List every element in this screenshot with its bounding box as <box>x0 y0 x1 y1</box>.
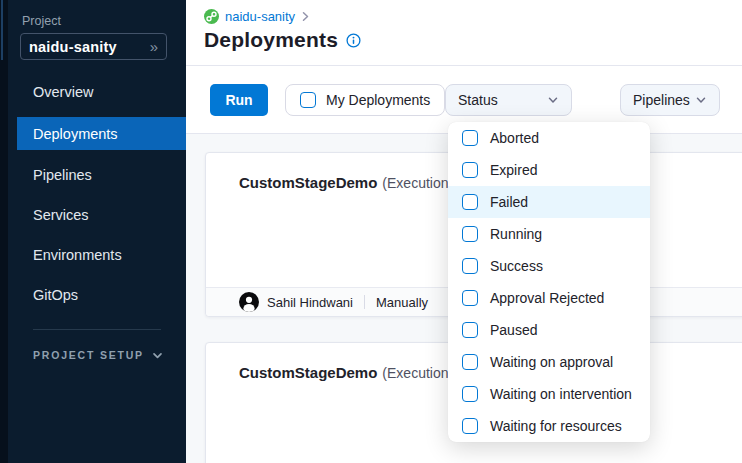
triggered-by-name: Sahil Hindwani <box>267 295 353 310</box>
pipeline-name: CustomStageDemo <box>239 364 377 381</box>
module-rail-indicator <box>1 0 3 60</box>
sidebar-item-label: Deployments <box>33 126 118 142</box>
status-option-checkbox[interactable] <box>462 386 478 402</box>
chevron-down-icon <box>152 350 163 361</box>
status-option-checkbox[interactable] <box>462 194 478 210</box>
status-option-success[interactable]: Success <box>448 250 650 282</box>
sidebar-item-services[interactable]: Services <box>0 201 186 229</box>
sidebar-item-label: Environments <box>33 247 122 263</box>
status-filter-dropdown[interactable]: Status <box>445 84 572 116</box>
deployments-module-icon <box>204 9 219 24</box>
status-option-label: Waiting on approval <box>490 354 613 370</box>
status-option-label: Failed <box>490 194 528 210</box>
status-option-paused[interactable]: Paused <box>448 314 650 346</box>
breadcrumb: naidu-sanity <box>204 9 310 24</box>
status-option-label: Expired <box>490 162 537 178</box>
sidebar-item-overview[interactable]: Overview <box>0 78 186 106</box>
status-option-checkbox[interactable] <box>462 258 478 274</box>
my-deployments-label: My Deployments <box>326 92 430 108</box>
project-setup-toggle[interactable]: PROJECT SETUP <box>33 349 163 361</box>
user-avatar-icon <box>239 292 259 312</box>
status-option-failed[interactable]: Failed <box>448 186 650 218</box>
status-filter-menu: Aborted Expired Failed Running Success A… <box>448 122 650 442</box>
status-option-label: Waiting for resources <box>490 418 622 434</box>
my-deployments-toggle[interactable]: My Deployments <box>285 84 445 116</box>
status-option-approval-rejected[interactable]: Approval Rejected <box>448 282 650 314</box>
project-selector-value: naidu-sanity <box>29 39 117 55</box>
status-option-waiting-on-approval[interactable]: Waiting on approval <box>448 346 650 378</box>
sidebar-divider <box>33 329 161 330</box>
status-option-label: Success <box>490 258 543 274</box>
status-option-label: Aborted <box>490 130 539 146</box>
status-option-waiting-on-intervention[interactable]: Waiting on intervention <box>448 378 650 410</box>
status-option-checkbox[interactable] <box>462 354 478 370</box>
sidebar-item-label: Overview <box>33 84 93 100</box>
status-option-checkbox[interactable] <box>462 130 478 146</box>
status-option-checkbox[interactable] <box>462 290 478 306</box>
status-option-expired[interactable]: Expired <box>448 154 650 186</box>
project-label: Project <box>22 14 61 28</box>
sidebar-item-gitops[interactable]: GitOps <box>0 281 186 309</box>
execution-title-row: CustomStageDemo(Execution Id <box>239 174 464 192</box>
sidebar-item-label: Services <box>33 207 89 223</box>
trigger-type: Manually <box>376 295 428 310</box>
sidebar-item-deployments[interactable]: Deployments <box>17 117 186 150</box>
execution-title-row: CustomStageDemo(Execution Id <box>239 364 464 382</box>
chevron-down-icon <box>695 94 707 106</box>
status-option-checkbox[interactable] <box>462 162 478 178</box>
page-header: naidu-sanity Deployments <box>186 0 742 66</box>
status-option-label: Paused <box>490 322 537 338</box>
status-option-checkbox[interactable] <box>462 418 478 434</box>
sidebar-item-pipelines[interactable]: Pipelines <box>0 161 186 189</box>
project-selector[interactable]: naidu-sanity » <box>20 33 167 60</box>
status-filter-label: Status <box>458 92 498 108</box>
app-window: Project naidu-sanity » Overview Deployme… <box>0 0 742 463</box>
project-sidebar: Project naidu-sanity » Overview Deployme… <box>0 0 186 463</box>
status-option-waiting-for-resources[interactable]: Waiting for resources <box>448 410 650 442</box>
run-button[interactable]: Run <box>210 84 268 116</box>
status-option-running[interactable]: Running <box>448 218 650 250</box>
status-option-label: Running <box>490 226 542 242</box>
breadcrumb-project-link[interactable]: naidu-sanity <box>225 9 295 24</box>
status-option-label: Waiting on intervention <box>490 386 632 402</box>
sidebar-item-label: Pipelines <box>33 167 92 183</box>
status-option-aborted[interactable]: Aborted <box>448 122 650 154</box>
module-rail <box>0 0 8 463</box>
chevron-down-icon <box>547 94 559 106</box>
page-title: Deployments <box>204 28 338 52</box>
pipelines-filter-dropdown[interactable]: Pipelines <box>620 84 720 116</box>
status-option-checkbox[interactable] <box>462 226 478 242</box>
project-setup-label: PROJECT SETUP <box>33 349 144 361</box>
pipeline-name: CustomStageDemo <box>239 174 377 191</box>
expand-double-chevron-icon[interactable]: » <box>150 39 158 54</box>
sidebar-item-environments[interactable]: Environments <box>0 241 186 269</box>
info-icon[interactable] <box>346 33 361 48</box>
pipelines-filter-label: Pipelines <box>633 92 690 108</box>
sidebar-item-label: GitOps <box>33 287 78 303</box>
my-deployments-checkbox[interactable] <box>300 92 316 108</box>
status-option-label: Approval Rejected <box>490 290 604 306</box>
title-row: Deployments <box>204 28 361 52</box>
footer-separator <box>364 295 365 309</box>
status-option-checkbox[interactable] <box>462 322 478 338</box>
chevron-right-icon <box>301 11 310 22</box>
